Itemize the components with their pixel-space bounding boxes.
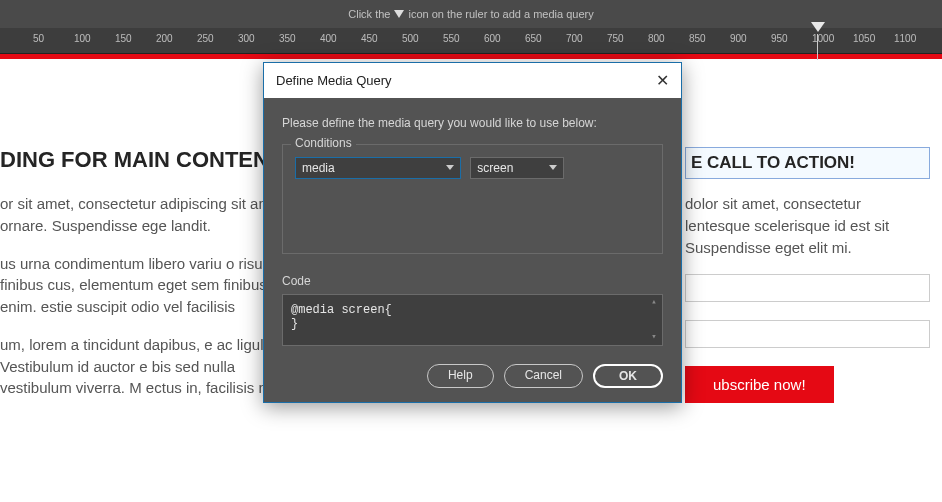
scrollbar[interactable]: ▴▾ bbox=[648, 298, 660, 342]
triangle-down-icon bbox=[394, 10, 404, 18]
paragraph: or sit amet, consectetur adipiscing sit … bbox=[0, 193, 300, 237]
ruler-tick: 550 bbox=[443, 33, 460, 44]
scroll-up-icon[interactable]: ▴ bbox=[651, 298, 656, 307]
close-icon[interactable]: ✕ bbox=[656, 71, 669, 90]
ruler-tick: 950 bbox=[771, 33, 788, 44]
subscribe-button[interactable]: ubscribe now! bbox=[685, 366, 834, 403]
hint-bar: Click the icon on the ruler to add a med… bbox=[0, 0, 942, 28]
ruler-tick: 300 bbox=[238, 33, 255, 44]
input-field[interactable] bbox=[685, 320, 930, 348]
hint-before: Click the bbox=[348, 8, 390, 20]
paragraph: us urna condimentum libero variu o risus… bbox=[0, 253, 300, 318]
ruler-tick: 1050 bbox=[853, 33, 875, 44]
ok-button[interactable]: OK bbox=[593, 364, 663, 388]
dialog-titlebar: Define Media Query ✕ bbox=[264, 63, 681, 98]
media-rule-select[interactable]: media bbox=[295, 157, 461, 179]
cta-heading: E CALL TO ACTION! bbox=[685, 147, 930, 179]
dialog-title: Define Media Query bbox=[276, 73, 392, 88]
conditions-legend: Conditions bbox=[291, 136, 356, 150]
ruler-tick: 150 bbox=[115, 33, 132, 44]
ruler-tick: 100 bbox=[74, 33, 91, 44]
dialog-button-row: Help Cancel OK bbox=[282, 364, 663, 388]
help-button[interactable]: Help bbox=[427, 364, 494, 388]
main-heading: DING FOR MAIN CONTENT bbox=[0, 147, 300, 173]
ruler-tick: 600 bbox=[484, 33, 501, 44]
chevron-down-icon bbox=[446, 165, 454, 170]
select-value: media bbox=[302, 161, 335, 175]
media-query-marker[interactable] bbox=[811, 22, 825, 32]
ruler-tick: 450 bbox=[361, 33, 378, 44]
select-value: screen bbox=[477, 161, 513, 175]
dialog-intro: Please define the media query you would … bbox=[282, 116, 663, 130]
ruler-tick: 1000 bbox=[812, 33, 834, 44]
code-text: @media screen{ } bbox=[291, 303, 392, 331]
ruler-tick: 900 bbox=[730, 33, 747, 44]
ruler-tick: 350 bbox=[279, 33, 296, 44]
code-label: Code bbox=[282, 274, 663, 288]
chevron-down-icon bbox=[549, 165, 557, 170]
media-type-select[interactable]: screen bbox=[470, 157, 564, 179]
input-field[interactable] bbox=[685, 274, 930, 302]
ruler-tick: 650 bbox=[525, 33, 542, 44]
ruler-tick: 1100 bbox=[894, 33, 916, 44]
define-media-query-dialog: Define Media Query ✕ Please define the m… bbox=[263, 62, 682, 403]
ruler-tick: 250 bbox=[197, 33, 214, 44]
paragraph: um, lorem a tincidunt dapibus, e ac ligu… bbox=[0, 334, 300, 399]
ruler-tick: 400 bbox=[320, 33, 337, 44]
scroll-down-icon[interactable]: ▾ bbox=[651, 333, 656, 342]
ruler-tick: 500 bbox=[402, 33, 419, 44]
cancel-button[interactable]: Cancel bbox=[504, 364, 583, 388]
ruler-tick: 700 bbox=[566, 33, 583, 44]
ruler[interactable]: 5010015020025030035040045050055060065070… bbox=[0, 28, 942, 54]
paragraph: dolor sit amet, consectetur lentesque sc… bbox=[685, 193, 930, 258]
conditions-fieldset: Conditions media screen bbox=[282, 144, 663, 254]
ruler-tick: 200 bbox=[156, 33, 173, 44]
ruler-tick: 850 bbox=[689, 33, 706, 44]
hint-after: icon on the ruler to add a media query bbox=[408, 8, 593, 20]
ruler-tick: 800 bbox=[648, 33, 665, 44]
code-box[interactable]: @media screen{ }▴▾ bbox=[282, 294, 663, 346]
ruler-tick: 750 bbox=[607, 33, 624, 44]
ruler-tick: 50 bbox=[33, 33, 44, 44]
